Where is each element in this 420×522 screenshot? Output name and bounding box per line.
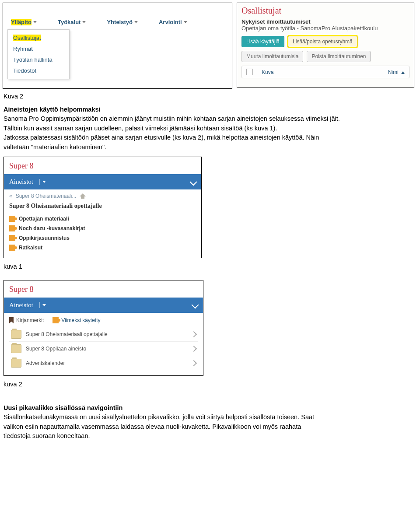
list-item[interactable]: Opettajan materiaali [9, 214, 196, 224]
yllapito-dropdown: Osallistujat Ryhmät Työtilan hallinta Ti… [7, 29, 70, 79]
list-item[interactable]: Ratkaisut [9, 243, 196, 252]
bookmark-icon [9, 317, 14, 323]
workspace-title: Super 8 [4, 280, 203, 298]
chevron-down-icon [33, 21, 37, 23]
home-icon[interactable] [80, 193, 86, 199]
aineistot-header[interactable]: Aineistot [4, 174, 201, 189]
list-item[interactable]: Oppikirjasuunnistus [9, 233, 196, 243]
chevron-right-icon [191, 346, 197, 352]
content-title: Super 8 Oheismateriaali opettajalle [9, 203, 196, 210]
aineistot-label: Aineistot [9, 301, 33, 309]
workspace-title: Super 8 [4, 157, 201, 174]
figure-caption: kuva 1 [4, 263, 416, 271]
remove-enrollment-button[interactable]: Poista ilmoittautuminen [307, 51, 371, 62]
dropdown-item-tyotilan-hallinta[interactable]: Työtilan hallinta [8, 54, 69, 65]
chevron-down-icon [134, 21, 138, 23]
body-text: tiedostoja suoraan koneeltaan. [4, 432, 416, 441]
list-item[interactable]: Noch dazu -kuvasanakirjat [9, 224, 196, 233]
menubar: Ylläpito Työkalut Yhteistyö Arviointi [8, 17, 227, 30]
body-text: Sanoma Pro Oppimisympäristöön on aiemmin… [4, 115, 416, 123]
body-text: Tällöin kun avasit saman sarjan uudellee… [4, 124, 416, 133]
menu-label: Arviointi [159, 19, 182, 25]
add-remove-group-button[interactable]: Lisää/poista opetusryhmä [288, 36, 357, 47]
section-heading: Uusi pikavalikko sisällössä navigointiin [4, 404, 416, 413]
add-users-button[interactable]: Lisää käyttäjiä [242, 36, 284, 47]
aineistot-label: Aineistot [9, 178, 33, 186]
menu-label: Yhteistyö [107, 19, 133, 25]
dropdown-label: Osallistujat [13, 35, 41, 41]
divider [39, 302, 40, 308]
section-heading: Aineistojen käyttö helpommaksi [4, 105, 416, 114]
chevron-down-icon [42, 304, 46, 306]
folder-icon [11, 330, 21, 339]
column-nimi[interactable]: Nimi [388, 69, 405, 75]
folder-icon [11, 344, 21, 353]
folder-row[interactable]: Super 8 Oppilaan aineisto [9, 341, 198, 356]
screenshot-osallistujat-panel: Osallistujat Nykyiset ilmoittautumiset O… [237, 3, 414, 88]
module-icon [9, 216, 15, 222]
chevron-down-icon [190, 178, 197, 186]
panel-subtitle-text: Opettajan oma työtila - SanomaPro Alusta… [242, 25, 410, 32]
breadcrumb: « Super 8 Oheismateriaali... [9, 193, 196, 199]
menu-arviointi[interactable]: Arviointi [159, 19, 187, 25]
menu-tyokalut[interactable]: Työkalut [58, 19, 86, 25]
menu-yhteistyo[interactable]: Yhteistyö [107, 19, 138, 25]
screenshot-yllapito-menu: Ylläpito Työkalut Yhteistyö Arviointi Os… [3, 3, 232, 89]
change-enrollments-button[interactable]: Muuta ilmoittautumisia [242, 51, 303, 62]
screenshot-aineistot-root: Super 8 Aineistot Kirjanmerkit Viimeksi … [4, 280, 203, 376]
chevron-down-icon [82, 21, 86, 23]
module-icon [9, 245, 15, 251]
figure-caption: Kuva 2 [4, 92, 416, 101]
folder-icon [11, 359, 21, 368]
body-text: vältetään "materiaalien katoaminen". [4, 143, 416, 152]
bookmarks-link[interactable]: Kirjanmerkit [9, 317, 44, 323]
menu-yllapito[interactable]: Ylläpito [11, 19, 37, 25]
panel-title: Osallistujat [242, 6, 410, 16]
body-text: Sisällönkatselunäkymässä on uusi sisälly… [4, 413, 416, 422]
breadcrumb-link[interactable]: Super 8 Oheismateriaali... [16, 193, 77, 199]
select-all-checkbox[interactable] [246, 69, 253, 75]
aineistot-header[interactable]: Aineistot [4, 298, 203, 313]
chevron-left-icon[interactable]: « [9, 193, 12, 199]
recent-link[interactable]: Viimeksi käytetty [52, 317, 100, 323]
sort-asc-icon [401, 71, 405, 74]
column-kuva[interactable]: Kuva [262, 69, 273, 75]
chevron-right-icon [191, 331, 197, 337]
module-icon [52, 317, 59, 323]
module-icon [9, 225, 15, 231]
chevron-down-icon [42, 181, 46, 183]
folder-row[interactable]: Adventskalender [9, 356, 198, 370]
divider [39, 179, 40, 185]
panel-subtitle-bold: Nykyiset ilmoittautumiset [242, 18, 410, 25]
dropdown-item-tiedostot[interactable]: Tiedostot [8, 65, 69, 76]
body-text: Jatkossa palatessasi sisältöön pääset ai… [4, 133, 416, 142]
chevron-down-icon [184, 21, 187, 23]
figure-caption: kuva 2 [4, 380, 416, 389]
dropdown-item-osallistujat[interactable]: Osallistujat [8, 32, 69, 43]
module-icon [9, 235, 15, 241]
menu-label: Ylläpito [11, 19, 32, 25]
body-text: valikon esiin napauttamalla vasemmassa l… [4, 423, 416, 431]
table-header-row: Kuva Nimi [242, 66, 410, 78]
dropdown-item-ryhmat[interactable]: Ryhmät [8, 43, 69, 54]
menu-label: Työkalut [58, 19, 81, 25]
chevron-right-icon [191, 360, 197, 366]
folder-row[interactable]: Super 8 Oheismateriaali opettajalle [9, 327, 198, 341]
chevron-down-icon [192, 301, 199, 309]
screenshot-aineistot-detail: Super 8 Aineistot « Super 8 Oheismateria… [4, 157, 202, 258]
